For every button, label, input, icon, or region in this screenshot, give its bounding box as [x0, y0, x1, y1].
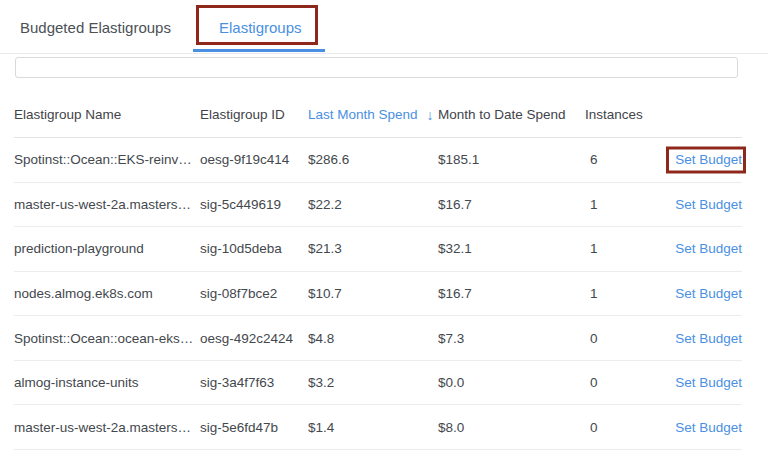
cell-elastigroup-name: Spotinst::Ocean::ocean-eks… — [14, 331, 200, 346]
cell-instances: 1 — [585, 241, 660, 256]
column-header-month-to-date-spend: Month to Date Spend — [438, 107, 585, 122]
cell-instances: 0 — [585, 420, 660, 435]
cell-elastigroup-name: Spotinst::Ocean::EKS-reinv… — [14, 152, 200, 167]
cell-last-month-spend: $22.2 — [308, 197, 438, 212]
cell-action: Set Budget — [660, 286, 742, 301]
cell-instances: 6 — [585, 152, 660, 167]
cell-elastigroup-id: sig-5e6fd47b — [200, 420, 308, 435]
table-row: almog-instance-units sig-3a4f7f63 $3.2 $… — [14, 361, 742, 406]
table-row: prediction-playground sig-10d5deba $21.3… — [14, 227, 742, 272]
set-budget-link[interactable]: Set Budget — [675, 197, 742, 212]
cell-elastigroup-name: prediction-playground — [14, 241, 200, 256]
cell-instances: 0 — [585, 331, 660, 346]
cell-month-to-date-spend: $185.1 — [438, 152, 585, 167]
set-budget-link[interactable]: Set Budget — [675, 152, 742, 167]
tab-elastigroups[interactable]: Elastigroups — [219, 20, 302, 36]
tabs-divider — [0, 53, 768, 54]
cell-month-to-date-spend: $32.1 — [438, 241, 585, 256]
cell-elastigroup-id: sig-3a4f7f63 — [200, 375, 308, 390]
set-budget-link[interactable]: Set Budget — [675, 375, 742, 390]
table-row: nodes.almog.ek8s.com sig-08f7bce2 $10.7 … — [14, 272, 742, 317]
cell-last-month-spend: $10.7 — [308, 286, 438, 301]
cell-instances: 1 — [585, 197, 660, 212]
table-row: Spotinst::Ocean::ocean-eks… oesg-492c242… — [14, 316, 742, 361]
cell-elastigroup-id: sig-10d5deba — [200, 241, 308, 256]
cell-instances: 1 — [585, 286, 660, 301]
table-row: master-us-west-2a.masters… sig-5c449619 … — [14, 183, 742, 228]
cell-elastigroup-name: master-us-west-2a.masters… — [14, 420, 200, 435]
column-header-last-month-spend[interactable]: Last Month Spend ↓ — [308, 107, 438, 122]
column-header-instances: Instances — [585, 107, 660, 122]
set-budget-link[interactable]: Set Budget — [675, 420, 742, 435]
cell-action: Set Budget — [660, 241, 742, 256]
cell-last-month-spend: $286.6 — [308, 152, 438, 167]
cell-elastigroup-name: nodes.almog.ek8s.com — [14, 286, 200, 301]
cell-last-month-spend: $1.4 — [308, 420, 438, 435]
table-row: Spotinst::Ocean::EKS-reinv… oesg-9f19c41… — [14, 138, 742, 183]
cell-action: Set Budget — [660, 331, 742, 346]
cell-elastigroup-id: sig-08f7bce2 — [200, 286, 308, 301]
cell-elastigroup-name: almog-instance-units — [14, 375, 200, 390]
set-budget-link[interactable]: Set Budget — [675, 286, 742, 301]
cell-action: Set Budget — [660, 375, 742, 390]
cell-month-to-date-spend: $7.3 — [438, 331, 585, 346]
active-tab-underline — [193, 49, 325, 52]
filter-input[interactable] — [15, 57, 738, 78]
cell-month-to-date-spend: $16.7 — [438, 197, 585, 212]
cell-elastigroup-id: sig-5c449619 — [200, 197, 308, 212]
table-row: master-us-west-2a.masters… sig-5e6fd47b … — [14, 405, 742, 450]
elastigroups-table: Elastigroup Name Elastigroup ID Last Mon… — [14, 92, 742, 450]
cell-month-to-date-spend: $0.0 — [438, 375, 585, 390]
cell-month-to-date-spend: $8.0 — [438, 420, 585, 435]
cell-month-to-date-spend: $16.7 — [438, 286, 585, 301]
cell-elastigroup-id: oesg-492c2424 — [200, 331, 308, 346]
cell-action: Set Budget — [660, 197, 742, 212]
cell-action: Set Budget — [660, 420, 742, 435]
cell-last-month-spend: $3.2 — [308, 375, 438, 390]
column-header-elastigroup-id: Elastigroup ID — [200, 107, 308, 122]
tab-budgeted-elastigroups[interactable]: Budgeted Elastigroups — [20, 20, 171, 36]
cell-action: Set Budget — [660, 152, 742, 167]
set-budget-link[interactable]: Set Budget — [675, 331, 742, 346]
cell-elastigroup-name: master-us-west-2a.masters… — [14, 197, 200, 212]
table-header-row: Elastigroup Name Elastigroup ID Last Mon… — [14, 92, 742, 138]
cell-elastigroup-id: oesg-9f19c414 — [200, 152, 308, 167]
cell-last-month-spend: $21.3 — [308, 241, 438, 256]
cell-last-month-spend: $4.8 — [308, 331, 438, 346]
column-header-elastigroup-name: Elastigroup Name — [14, 107, 200, 122]
set-budget-link[interactable]: Set Budget — [675, 241, 742, 256]
last-month-spend-sort-label[interactable]: Last Month Spend — [308, 107, 418, 122]
sort-descending-arrow-icon: ↓ — [427, 108, 434, 122]
cell-instances: 0 — [585, 375, 660, 390]
